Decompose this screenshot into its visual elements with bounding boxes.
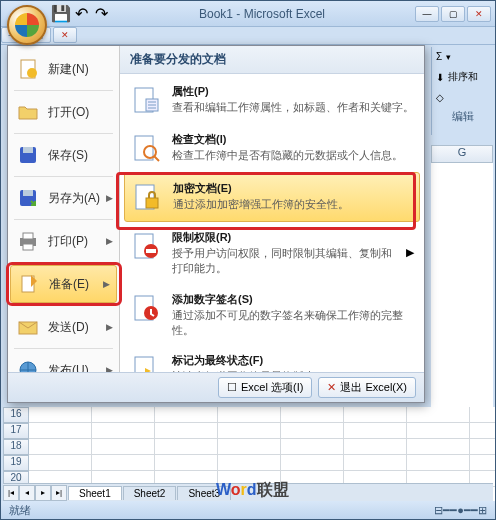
row-header[interactable]: 18	[3, 439, 29, 455]
item-title: 添加数字签名(S)	[172, 292, 414, 307]
svg-point-1	[27, 68, 37, 78]
folder-open-icon	[16, 100, 40, 124]
row-cells[interactable]	[29, 423, 495, 439]
item-desc: 授予用户访问权限，同时限制其编辑、复制和打印能力。	[172, 246, 396, 276]
window-title: Book1 - Microsoft Excel	[109, 7, 415, 21]
menu-label: 保存(S)	[48, 147, 88, 164]
item-title: 属性(P)	[172, 84, 414, 99]
window-controls: — ▢ ✕	[415, 6, 491, 22]
prepare-icon	[17, 272, 41, 296]
sheet-tab-2[interactable]: Sheet2	[123, 486, 177, 500]
final-icon	[130, 353, 162, 372]
prepare-inspect[interactable]: 检查文档(I) 检查工作簿中是否有隐藏的元数据或个人信息。	[124, 124, 420, 172]
prepare-final[interactable]: 标记为最终状态(F) 让读者知道工作簿是最终版本。	[124, 345, 420, 372]
lock-icon	[131, 181, 163, 213]
item-title: 加密文档(E)	[173, 181, 413, 196]
minimize-button[interactable]: —	[415, 6, 439, 22]
row-cells[interactable]	[29, 439, 495, 455]
options-icon: ☐	[227, 381, 237, 394]
menu-label: 发布(U)	[48, 362, 89, 373]
menu-publish[interactable]: 发布(U) ▶	[8, 351, 119, 372]
editing-group-label: 编辑	[432, 107, 493, 124]
fill-icon[interactable]: ⬇	[436, 72, 444, 83]
svg-rect-8	[23, 244, 33, 250]
row-cells[interactable]	[29, 407, 495, 423]
menu-right-pane: 准备要分发的文档 属性(P) 查看和编辑工作簿属性，如标题、作者和关键字。 检查…	[120, 46, 424, 372]
autosum-icon[interactable]: Σ	[436, 51, 442, 62]
ribbon-collapsed: — ▢ ✕	[1, 27, 495, 45]
sheet-tab-1[interactable]: Sheet1	[68, 486, 122, 500]
printer-icon	[16, 229, 40, 253]
properties-icon	[130, 84, 162, 116]
item-desc: 查看和编辑工作簿属性，如标题、作者和关键字。	[172, 100, 414, 115]
status-bar: 就绪 ⊟━━●━━⊞	[1, 501, 495, 519]
prepare-header: 准备要分发的文档	[120, 46, 424, 74]
svg-rect-14	[135, 136, 153, 160]
prepare-properties[interactable]: 属性(P) 查看和编辑工作簿属性，如标题、作者和关键字。	[124, 76, 420, 124]
menu-send[interactable]: 发送(D) ▶	[8, 308, 119, 346]
submenu-arrow-icon: ▶	[406, 246, 414, 259]
qat-save-icon[interactable]: 💾	[53, 6, 69, 22]
submenu-arrow-icon: ▶	[106, 193, 113, 203]
qat-undo-icon[interactable]: ↶	[73, 6, 89, 22]
menu-saveas[interactable]: 另存为(A) ▶	[8, 179, 119, 217]
item-desc: 检查工作簿中是否有隐藏的元数据或个人信息。	[172, 148, 414, 163]
prepare-encrypt[interactable]: 加密文档(E) 通过添加加密增强工作簿的安全性。	[124, 172, 420, 222]
svg-rect-5	[23, 190, 33, 196]
excel-window: 💾 ↶ ↷ Book1 - Microsoft Excel — ▢ ✕ — ▢ …	[0, 0, 496, 520]
item-desc: 通过添加加密增强工作簿的安全性。	[173, 197, 413, 212]
office-button[interactable]	[7, 5, 47, 45]
new-doc-icon	[16, 57, 40, 81]
exit-icon: ✕	[327, 381, 336, 394]
item-title: 检查文档(I)	[172, 132, 414, 147]
maximize-button[interactable]: ▢	[441, 6, 465, 22]
menu-new[interactable]: 新建(N)	[8, 50, 119, 88]
clear-icon[interactable]: ◇	[436, 92, 444, 103]
svg-rect-7	[23, 233, 33, 239]
svg-rect-20	[146, 249, 156, 253]
close-button[interactable]: ✕	[467, 6, 491, 22]
inspect-icon	[130, 132, 162, 164]
globe-icon	[16, 358, 40, 372]
svg-rect-3	[23, 147, 33, 153]
qat-redo-icon[interactable]: ↷	[93, 6, 109, 22]
svg-rect-17	[146, 198, 158, 208]
menu-prepare[interactable]: 准备(E) ▶	[10, 265, 117, 303]
menu-label: 准备(E)	[49, 276, 89, 293]
exit-excel-button[interactable]: ✕ 退出 Excel(X)	[318, 377, 416, 398]
tab-nav-next[interactable]: ▸	[35, 485, 51, 501]
prepare-restrict[interactable]: 限制权限(R) 授予用户访问权限，同时限制其编辑、复制和打印能力。 ▶	[124, 222, 420, 284]
submenu-arrow-icon: ▶	[103, 279, 110, 289]
doc-close-button[interactable]: ✕	[53, 27, 77, 43]
office-logo-icon	[15, 13, 39, 37]
tab-nav-prev[interactable]: ◂	[19, 485, 35, 501]
svg-rect-23	[135, 357, 153, 372]
zoom-controls[interactable]: ⊟━━●━━⊞	[434, 504, 487, 517]
row-cells[interactable]	[29, 455, 495, 471]
prepare-signature[interactable]: 添加数字签名(S) 通过添加不可见的数字签名来确保工作簿的完整性。	[124, 284, 420, 346]
row-header[interactable]: 19	[3, 455, 29, 471]
excel-options-button[interactable]: ☐ Excel 选项(I)	[218, 377, 312, 398]
row-header[interactable]: 17	[3, 423, 29, 439]
editing-group: Σ ▾ ⬇ 排序和 ◇ 编辑	[431, 47, 493, 135]
titlebar: 💾 ↶ ↷ Book1 - Microsoft Excel — ▢ ✕	[1, 1, 495, 27]
saveas-icon	[16, 186, 40, 210]
restrict-icon	[130, 230, 162, 262]
submenu-arrow-icon: ▶	[106, 365, 113, 372]
item-title: 限制权限(R)	[172, 230, 396, 245]
menu-left-pane: 新建(N) 打开(O) 保存(S) 另存为(A) ▶	[8, 46, 120, 372]
menu-print[interactable]: 打印(P) ▶	[8, 222, 119, 260]
tab-nav-first[interactable]: |◂	[3, 485, 19, 501]
button-label: 退出 Excel(X)	[340, 380, 407, 395]
menu-save[interactable]: 保存(S)	[8, 136, 119, 174]
submenu-arrow-icon: ▶	[106, 236, 113, 246]
menu-label: 另存为(A)	[48, 190, 100, 207]
menu-label: 打印(P)	[48, 233, 88, 250]
row-header[interactable]: 16	[3, 407, 29, 423]
button-label: Excel 选项(I)	[241, 380, 303, 395]
menu-open[interactable]: 打开(O)	[8, 93, 119, 131]
signature-icon	[130, 292, 162, 324]
column-header-g[interactable]: G	[431, 145, 493, 163]
submenu-arrow-icon: ▶	[106, 322, 113, 332]
tab-nav-last[interactable]: ▸|	[51, 485, 67, 501]
